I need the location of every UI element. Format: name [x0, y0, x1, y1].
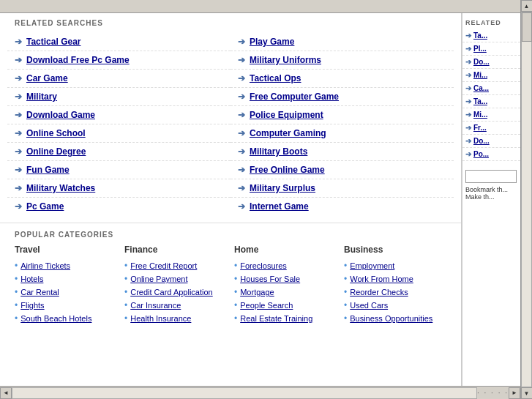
search-item: ➔ Car Game: [7, 70, 231, 88]
search-link[interactable]: Free Computer Game: [250, 92, 339, 102]
arrow-icon: ➔: [15, 92, 22, 102]
right-sidebar: RELATED ➔ Ta... ➔ Pl... ➔ Do... ➔ Mi...: [462, 13, 520, 386]
search-item: ➔ Tactical Ops: [231, 70, 454, 88]
arrow-icon: ➔: [15, 146, 22, 157]
search-item: ➔ Military Watches: [7, 179, 231, 198]
cat-link[interactable]: Business Opportunities: [350, 314, 432, 323]
right-search-link[interactable]: Fr...: [473, 124, 487, 132]
search-link[interactable]: Military Boots: [250, 146, 307, 157]
category-title-travel: Travel: [15, 245, 117, 255]
arrow-icon: ➔: [15, 165, 22, 175]
search-link[interactable]: Internet Game: [250, 201, 309, 212]
cat-link[interactable]: Houses For Sale: [240, 275, 300, 283]
app-window: RELATED SEARCHES ➔ Tactical Gear ➔ Downl…: [0, 0, 532, 399]
search-item: ➔ Download Free Pc Game: [7, 51, 231, 70]
cat-link[interactable]: People Search: [240, 301, 293, 310]
categories-grid: Travel Airline Tickets Hotels Car Rental…: [15, 245, 446, 325]
search-link[interactable]: Military Uniforms: [250, 55, 321, 65]
cat-link[interactable]: Reorder Checks: [350, 288, 408, 297]
horizontal-scrollbar-track[interactable]: [12, 387, 477, 399]
cat-link[interactable]: Airline Tickets: [20, 261, 70, 270]
category-travel: Travel Airline Tickets Hotels Car Rental…: [15, 245, 117, 325]
main-content: RELATED SEARCHES ➔ Tactical Gear ➔ Downl…: [0, 0, 520, 399]
search-item: ➔ Military Surplus: [231, 179, 454, 198]
cat-link[interactable]: Hotels: [20, 275, 43, 283]
cat-link[interactable]: Health Insurance: [130, 314, 191, 323]
bookmark-input[interactable]: [465, 170, 517, 183]
search-link[interactable]: Police Equipment: [250, 110, 323, 120]
cat-link[interactable]: Car Rental: [20, 288, 59, 297]
arrow-icon: ➔: [15, 110, 22, 120]
right-search-link[interactable]: Ca...: [473, 84, 489, 92]
search-item: ➔ Fun Game: [7, 161, 231, 179]
scroll-thumb[interactable]: [522, 12, 532, 42]
cat-link[interactable]: South Beach Hotels: [20, 314, 91, 323]
arrow-icon: ➔: [465, 124, 471, 132]
left-panel: RELATED SEARCHES ➔ Tactical Gear ➔ Downl…: [0, 13, 462, 386]
right-search-link[interactable]: Do...: [473, 58, 490, 66]
right-sidebar-item: ➔ Ca...: [462, 82, 520, 95]
arrow-icon: ➔: [465, 45, 471, 53]
right-sidebar-header: RELATED: [462, 13, 520, 29]
searches-grid: ➔ Tactical Gear ➔ Download Free Pc Game …: [0, 30, 461, 223]
cat-link[interactable]: Mortgage: [240, 288, 274, 297]
right-sidebar-item: ➔ Do...: [462, 135, 520, 148]
search-link[interactable]: Fun Game: [26, 165, 70, 175]
search-link[interactable]: Military Watches: [26, 183, 95, 193]
search-link[interactable]: Computer Gaming: [250, 128, 326, 138]
search-link[interactable]: Online Degree: [26, 146, 86, 157]
cat-link[interactable]: Work From Home: [350, 275, 413, 283]
search-item: ➔ Internet Game: [231, 198, 454, 215]
cat-link[interactable]: Foreclosures: [240, 261, 287, 270]
cat-link[interactable]: Used Cars: [350, 301, 388, 310]
scroll-left-button[interactable]: ◄: [0, 387, 12, 399]
scroll-down-button[interactable]: ▼: [521, 387, 533, 399]
cat-link[interactable]: Credit Card Application: [130, 288, 213, 297]
category-finance: Finance Free Credit Report Online Paymen…: [124, 245, 227, 325]
search-link[interactable]: Tactical Ops: [250, 73, 301, 83]
cat-link[interactable]: Flights: [20, 301, 44, 310]
search-item: ➔ Police Equipment: [231, 106, 454, 124]
cat-link[interactable]: Online Payment: [130, 275, 187, 283]
search-link[interactable]: Download Free Pc Game: [26, 55, 130, 65]
scroll-track[interactable]: [521, 12, 532, 387]
cat-link[interactable]: Real Estate Training: [240, 314, 312, 323]
popular-section: POPULAR CATEGORIES Travel Airline Ticket…: [0, 223, 461, 332]
arrow-icon: ➔: [15, 37, 22, 47]
right-search-link[interactable]: Pl...: [473, 45, 487, 53]
category-business: Business Employment Work From Home Reord…: [344, 245, 446, 325]
right-search-link[interactable]: Po...: [473, 150, 489, 158]
bottom-scrollbar: ◄ · · · · · ►: [0, 387, 520, 400]
search-item: ➔ Military Uniforms: [231, 51, 454, 70]
search-link[interactable]: Car Game: [26, 73, 68, 83]
bookmark-label: Bookmark th...: [465, 186, 517, 193]
right-sidebar-item: ➔ Ta...: [462, 95, 520, 108]
search-link[interactable]: Free Online Game: [250, 165, 325, 175]
search-item: ➔ Online Degree: [7, 143, 231, 161]
cat-link[interactable]: Car Insurance: [130, 301, 181, 310]
search-link[interactable]: Online School: [26, 128, 86, 138]
right-search-link[interactable]: Mi...: [473, 71, 487, 79]
search-link[interactable]: Military Surplus: [250, 183, 315, 193]
arrow-icon: ➔: [238, 37, 245, 47]
search-link[interactable]: Tactical Gear: [26, 37, 80, 47]
arrow-icon: ➔: [465, 84, 471, 92]
bottom-bar: ◄ · · · · · ►: [0, 386, 520, 399]
scroll-up-button[interactable]: ▲: [521, 0, 533, 12]
search-item: ➔ Tactical Gear: [7, 33, 231, 51]
search-link[interactable]: Pc Game: [26, 201, 64, 212]
right-search-link[interactable]: Ta...: [473, 31, 487, 40]
searches-right-col: ➔ Play Game ➔ Military Uniforms ➔ Tactic…: [231, 33, 454, 215]
right-search-link[interactable]: Ta...: [473, 97, 487, 105]
arrow-icon: ➔: [465, 150, 471, 158]
right-search-link[interactable]: Mi...: [473, 111, 487, 119]
right-search-link[interactable]: Do...: [473, 137, 490, 145]
search-link[interactable]: Download Game: [26, 110, 95, 120]
search-link[interactable]: Play Game: [250, 37, 294, 47]
vertical-scrollbar: ▲ ▼: [520, 0, 532, 399]
cat-link[interactable]: Free Credit Report: [130, 261, 197, 270]
search-link[interactable]: Military: [26, 92, 57, 102]
scroll-right-button[interactable]: ►: [509, 387, 520, 399]
cat-link[interactable]: Employment: [350, 261, 394, 270]
search-item: ➔ Computer Gaming: [231, 124, 454, 143]
